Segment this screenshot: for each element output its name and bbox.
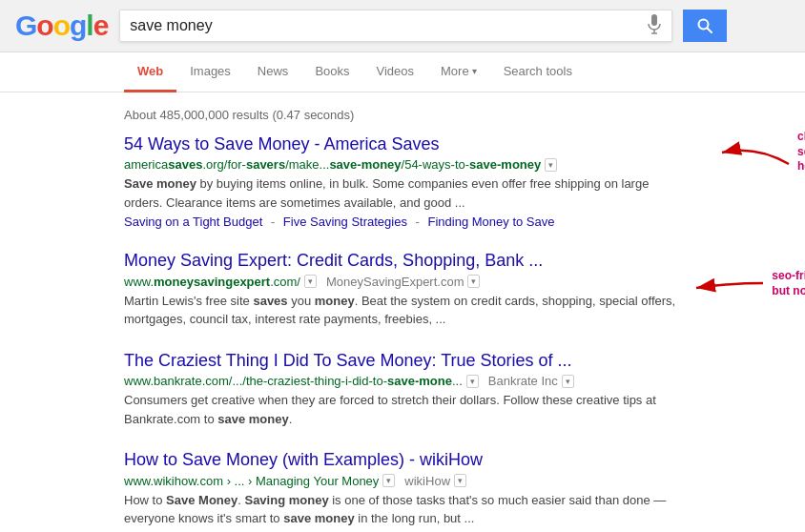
result-3-provider-dropdown[interactable]: ▾ [562, 375, 574, 388]
sitelink-separator-1: - [271, 215, 279, 229]
tab-search-tools[interactable]: Search tools [490, 52, 586, 92]
mic-icon[interactable] [637, 13, 671, 38]
search-button[interactable] [683, 10, 727, 42]
result-4-url-dropdown[interactable]: ▾ [382, 474, 395, 487]
result-2: Money Saving Expert: Credit Cards, Shopp… [124, 250, 681, 328]
result-1-url-line: americasaves.org/for-savers/make...save-… [124, 157, 681, 172]
result-2-url-dropdown[interactable]: ▾ [304, 275, 317, 288]
annotation-url-line1: seo-friendly, [772, 269, 805, 284]
result-2-desc: Martin Lewis's free site saves you money… [124, 292, 681, 329]
result-3-url: www.bankrate.com/.../the-craziest-thing-… [124, 374, 463, 388]
svg-rect-0 [651, 14, 657, 26]
result-1-title[interactable]: 54 Ways to Save Money - America Saves [124, 133, 681, 155]
main-content: About 485,000,000 results (0.47 seconds)… [0, 92, 805, 532]
result-4-desc: How to Save Money. Saving money is one o… [124, 491, 681, 528]
more-dropdown-arrow: ▾ [472, 66, 477, 76]
result-4-title[interactable]: How to Save Money (with Examples) - wiki… [124, 449, 681, 471]
result-1-sitelink-2[interactable]: Five Saving Strategies [283, 215, 407, 229]
svg-line-4 [708, 29, 712, 33]
nav-tabs: Web Images News Books Videos More ▾ Sear… [0, 52, 805, 92]
result-3-url-dropdown[interactable]: ▾ [466, 375, 479, 388]
tab-web[interactable]: Web [124, 52, 176, 92]
result-1: 54 Ways to Save Money - America Saves am… [124, 133, 681, 229]
tab-more[interactable]: More ▾ [427, 52, 490, 92]
result-1-sitelinks: Saving on a Tight Budget - Five Saving S… [124, 215, 681, 229]
annotation-headline-line2: seo-friendly [797, 145, 805, 160]
result-1-desc: Save money by buying items online, in bu… [124, 174, 681, 212]
result-2-url: www.moneysavingexpert.com/ [124, 275, 300, 289]
tab-news[interactable]: News [244, 52, 302, 92]
annotation-headline-line1: clickable & [797, 130, 805, 145]
annotation-url-line2: but not clickable [772, 284, 805, 299]
result-2-url-line: www.moneysavingexpert.com/ ▾ MoneySaving… [124, 275, 681, 289]
result-1-url: americasaves.org/for-savers/make...save-… [124, 157, 541, 172]
tab-images[interactable]: Images [176, 52, 244, 92]
result-3-desc: Consumers get creative when they are for… [124, 391, 681, 428]
result-2-title[interactable]: Money Saving Expert: Credit Cards, Shopp… [124, 250, 681, 272]
result-3-provider: Bankrate Inc [488, 374, 558, 388]
tab-videos[interactable]: Videos [363, 52, 428, 92]
result-4: How to Save Money (with Examples) - wiki… [124, 449, 681, 527]
result-4-provider-dropdown[interactable]: ▾ [454, 474, 466, 487]
headline-arrow-icon [717, 126, 794, 174]
result-4-url-line: www.wikihow.com › ... › Managing Your Mo… [124, 474, 681, 488]
search-input[interactable]: save money [120, 17, 637, 34]
sitelink-separator-2: - [416, 215, 423, 229]
result-4-provider: wikiHow [404, 474, 450, 488]
result-2-provider-dropdown[interactable]: ▾ [467, 275, 480, 288]
google-logo: Google [15, 10, 108, 42]
result-2-provider: MoneySavingExpert.com [326, 275, 464, 289]
annotation-headline: clickable & seo-friendly headline [717, 126, 805, 174]
annotation-url: seo-friendly, but not clickable [691, 269, 805, 307]
result-3-title[interactable]: The Craziest Thing I Did To Save Money: … [124, 350, 681, 372]
tab-books[interactable]: Books [301, 52, 362, 92]
header: Google save money [0, 0, 805, 52]
url-arrow-icon [691, 269, 768, 307]
result-3-url-line: www.bankrate.com/.../the-craziest-thing-… [124, 374, 681, 388]
result-4-url: www.wikihow.com › ... › Managing Your Mo… [124, 474, 379, 488]
search-bar: save money [119, 10, 672, 42]
result-1-sitelink-1[interactable]: Saving on a Tight Budget [124, 215, 262, 229]
result-1-url-dropdown[interactable]: ▾ [545, 158, 557, 172]
annotation-headline-line3: headline [797, 159, 805, 174]
results-count: About 485,000,000 results (0.47 seconds) [124, 100, 681, 133]
result-1-sitelink-3[interactable]: Finding Money to Save [428, 215, 555, 229]
result-3: The Craziest Thing I Did To Save Money: … [124, 350, 681, 428]
